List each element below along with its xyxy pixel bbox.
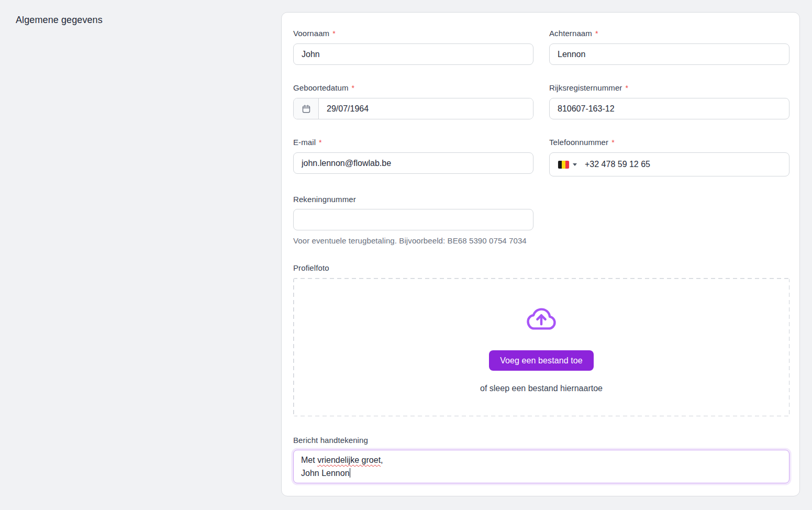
signature-line1-suffix: , — [381, 456, 383, 464]
geboortedatum-input-group — [293, 98, 533, 119]
country-code-selector[interactable] — [555, 159, 580, 171]
field-achternaam: Achternaam* — [549, 28, 789, 65]
bericht-handtekening-label-text: Bericht handtekening — [293, 436, 368, 445]
bericht-handtekening-label: Bericht handtekening — [293, 435, 788, 445]
required-asterisk: * — [332, 29, 336, 38]
signature-line-1: Met vriendelijke groet, — [301, 453, 782, 467]
profielfoto-label-text: Profielfoto — [293, 263, 329, 272]
rijksregisternummer-input[interactable] — [549, 98, 789, 119]
required-asterisk: * — [595, 29, 598, 38]
profielfoto-label: Profielfoto — [293, 263, 788, 273]
required-asterisk: * — [319, 138, 322, 147]
telefoonnummer-label-text: Telefoonnummer — [549, 138, 608, 147]
rijksregisternummer-label: Rijksregisternummer* — [549, 83, 789, 93]
field-email: E-mail* — [293, 137, 533, 174]
required-asterisk: * — [352, 84, 355, 92]
calendar-picker-button[interactable] — [294, 98, 319, 119]
signature-line1-misspelled: vriendelijke groet — [317, 456, 381, 464]
achternaam-label: Achternaam* — [549, 28, 789, 39]
voornaam-input[interactable] — [293, 43, 533, 65]
email-label-text: E-mail — [293, 138, 316, 147]
geboortedatum-label: Geboortedatum* — [293, 83, 533, 93]
form-row-account: Rekeningnummer Voor eventuele terugbetal… — [293, 194, 788, 247]
text-cursor — [350, 468, 351, 478]
geboortedatum-label-text: Geboortedatum — [293, 83, 349, 92]
field-voornaam: Voornaam* — [293, 28, 533, 65]
signature-textarea[interactable]: Met vriendelijke groet, John Lennon — [293, 450, 789, 483]
drop-hint-text: of sleep een bestand hiernaartoe — [480, 384, 603, 393]
field-rijksregisternummer: Rijksregisternummer* — [549, 83, 789, 119]
required-asterisk: * — [625, 84, 628, 92]
field-bericht-handtekening: Bericht handtekening Met vriendelijke gr… — [293, 435, 788, 483]
chevron-down-icon — [573, 163, 577, 166]
signature-line1-prefix: Met — [301, 456, 317, 464]
calendar-icon — [301, 104, 312, 114]
field-geboortedatum: Geboortedatum* — [293, 83, 533, 119]
geboortedatum-input[interactable] — [319, 98, 533, 119]
belgium-flag-icon — [558, 161, 569, 169]
email-label: E-mail* — [293, 137, 533, 148]
form-row-birth-nrn: Geboortedatum* Rijksregisternummer* — [293, 83, 788, 119]
phone-input-group — [549, 152, 789, 176]
cloud-upload-icon — [521, 301, 562, 337]
field-rekeningnummer: Rekeningnummer Voor eventuele terugbetal… — [293, 194, 533, 247]
field-profielfoto: Profielfoto Voeg een bestand toe of slee… — [293, 263, 788, 416]
telefoonnummer-input[interactable] — [580, 153, 784, 176]
rekeningnummer-label-text: Rekeningnummer — [293, 195, 356, 204]
page-title: Algemene gegevens — [16, 15, 103, 26]
email-input[interactable] — [293, 152, 533, 174]
rijksregisternummer-label-text: Rijksregisternummer — [549, 83, 622, 92]
general-data-form-panel: Voornaam* Achternaam* Geboortedatum* — [281, 12, 800, 496]
voornaam-label-text: Voornaam — [293, 29, 329, 38]
achternaam-input[interactable] — [549, 43, 789, 65]
form-row-names: Voornaam* Achternaam* — [293, 28, 788, 65]
signature-line2-text: John Lennon — [301, 469, 350, 478]
rekeningnummer-hint: Voor eventuele terugbetaling. Bijvoorbee… — [293, 235, 533, 247]
achternaam-label-text: Achternaam — [549, 29, 592, 38]
form-row-contact: E-mail* Telefoonnummer* — [293, 137, 788, 176]
rekeningnummer-input[interactable] — [293, 209, 533, 230]
field-telefoonnummer: Telefoonnummer* — [549, 137, 789, 176]
voornaam-label: Voornaam* — [293, 28, 533, 39]
signature-line-2: John Lennon — [301, 467, 782, 480]
rekeningnummer-label: Rekeningnummer — [293, 194, 533, 204]
add-file-button[interactable]: Voeg een bestand toe — [489, 350, 594, 371]
profielfoto-dropzone[interactable]: Voeg een bestand toe of sleep een bestan… — [293, 278, 789, 416]
required-asterisk: * — [611, 138, 615, 147]
telefoonnummer-label: Telefoonnummer* — [549, 137, 789, 148]
